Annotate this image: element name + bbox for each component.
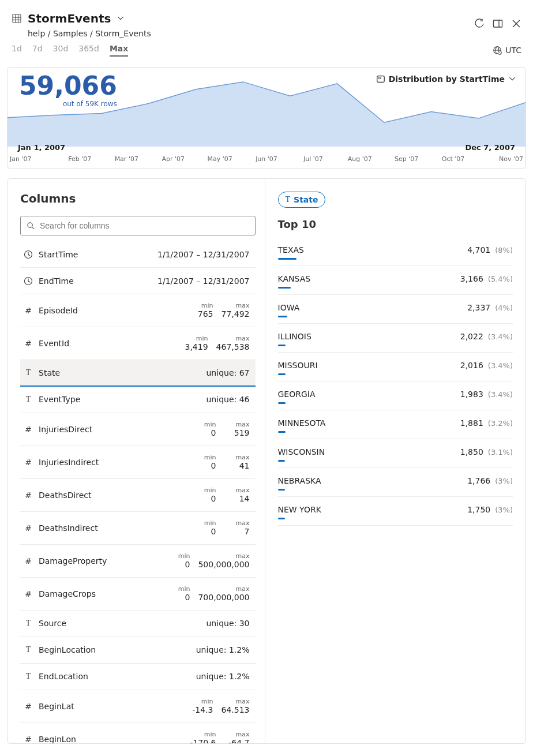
top-item-name: IOWA	[278, 303, 300, 312]
column-unique: unique: 46	[207, 395, 250, 404]
column-name: EventId	[39, 339, 69, 348]
table-icon	[12, 13, 22, 24]
column-row-injuriesindirect[interactable]: #InjuriesIndirectmin0max41	[20, 446, 256, 479]
top-item-count: 1,766	[467, 476, 490, 485]
column-unique: unique: 1.2%	[196, 645, 250, 654]
max-label: max	[224, 454, 250, 461]
min-value: 0	[191, 428, 216, 438]
column-name: DeathsIndirect	[39, 523, 98, 533]
column-unique: unique: 67	[207, 368, 250, 377]
column-row-damagecrops[interactable]: #DamageCropsmin0max700,000,000	[20, 578, 256, 611]
column-row-beginlon[interactable]: #BeginLonmin-170.6max-64.7	[20, 723, 256, 743]
axis-tick: Oct '07	[430, 155, 476, 163]
column-row-deathsdirect[interactable]: #DeathsDirectmin0max14	[20, 479, 256, 512]
top-row-georgia[interactable]: GEORGIA1,983(3.4%)	[278, 381, 513, 410]
column-row-endtime[interactable]: EndTime1/1/2007 – 12/31/2007	[20, 268, 256, 294]
top-row-wisconsin[interactable]: WISCONSIN1,850(3.1%)	[278, 439, 513, 468]
top-row-iowa[interactable]: IOWA2,337(4%)	[278, 295, 513, 324]
column-unique: unique: 1.2%	[196, 672, 250, 681]
min-label: min	[191, 454, 216, 461]
number-icon: #	[24, 589, 33, 598]
top-row-illinois[interactable]: ILLINOIS2,022(3.4%)	[278, 324, 513, 353]
panel-toggle-button[interactable]	[493, 18, 503, 29]
number-icon: #	[24, 306, 33, 315]
column-row-injuriesdirect[interactable]: #InjuriesDirectmin0max519	[20, 413, 256, 446]
chevron-down-icon	[508, 75, 516, 83]
columns-search-input[interactable]	[40, 221, 249, 230]
top-row-new-york[interactable]: NEW YORK1,750(3%)	[278, 497, 513, 526]
range-tab-max[interactable]: Max	[110, 44, 128, 57]
column-unique: unique: 30	[207, 619, 250, 628]
top-item-pct: (3.4%)	[488, 361, 513, 370]
column-name: EndTime	[39, 276, 74, 286]
pill-label: State	[294, 195, 318, 204]
refresh-button[interactable]	[474, 18, 485, 29]
column-row-endlocation[interactable]: TEndLocationunique: 1.2%	[20, 664, 256, 690]
chart-end-date: Dec 7, 2007	[465, 143, 515, 152]
top-row-missouri[interactable]: MISSOURI2,016(3.4%)	[278, 353, 513, 381]
max-label: max	[224, 731, 250, 738]
top-item-bar	[278, 345, 286, 346]
column-name: InjuriesDirect	[39, 425, 92, 434]
top-row-nebraska[interactable]: NEBRASKA1,766(3%)	[278, 468, 513, 497]
column-row-state[interactable]: TStateunique: 67	[20, 360, 256, 387]
number-icon: #	[24, 458, 33, 467]
top-item-name: MISSOURI	[278, 361, 318, 370]
columns-search[interactable]	[20, 216, 256, 235]
axis-tick: Jun '07	[243, 155, 290, 163]
top10-header: Top 10	[278, 218, 513, 230]
range-tab-365d[interactable]: 365d	[78, 44, 99, 57]
timezone-label: UTC	[505, 46, 521, 55]
column-name: BeginLon	[39, 735, 76, 743]
timezone-badge[interactable]: UTC	[493, 46, 521, 55]
close-button[interactable]	[511, 18, 521, 29]
distribution-dropdown[interactable]: Distribution by StartTime	[376, 74, 516, 84]
top-row-texas[interactable]: TEXAS4,701(8%)	[278, 237, 513, 266]
min-label: min	[164, 552, 190, 560]
axis-tick: Nov '07	[476, 155, 523, 163]
search-icon	[27, 222, 35, 230]
column-row-damageproperty[interactable]: #DamagePropertymin0max500,000,000	[20, 545, 256, 578]
text-type-icon: T	[24, 645, 33, 654]
column-row-deathsindirect[interactable]: #DeathsIndirectmin0max7	[20, 512, 256, 545]
chevron-down-icon[interactable]	[117, 14, 125, 23]
column-row-beginlat[interactable]: #BeginLatmin-14.3max64.513	[20, 690, 256, 723]
top-item-pct: (8%)	[495, 246, 513, 255]
column-row-episodeid[interactable]: #EpisodeIdmin765max77,492	[20, 294, 256, 327]
number-icon: #	[24, 702, 33, 711]
top-item-pct: (3%)	[495, 506, 513, 514]
min-label: min	[191, 486, 216, 494]
max-value: 41	[224, 461, 250, 471]
selected-column-pill[interactable]: T State	[278, 192, 326, 208]
max-label: max	[222, 302, 250, 309]
top-item-pct: (5.4%)	[488, 275, 513, 283]
min-label: min	[191, 421, 216, 428]
column-row-eventid[interactable]: #EventIdmin3,419max467,538	[20, 327, 256, 360]
min-value: -14.3	[188, 705, 213, 715]
column-range: 1/1/2007 – 12/31/2007	[157, 276, 249, 286]
column-row-beginlocation[interactable]: TBeginLocationunique: 1.2%	[20, 637, 256, 664]
max-value: 467,538	[216, 342, 250, 352]
top-item-bar	[278, 316, 287, 317]
column-name: DamageCrops	[39, 589, 96, 598]
column-name: InjuriesIndirect	[39, 458, 99, 467]
text-type-icon: T	[24, 619, 33, 628]
range-tab-30d[interactable]: 30d	[53, 44, 69, 57]
number-icon: #	[24, 425, 33, 434]
top-row-kansas[interactable]: KANSAS3,166(5.4%)	[278, 266, 513, 295]
top-item-pct: (3.2%)	[488, 419, 513, 428]
column-row-eventtype[interactable]: TEventTypeunique: 46	[20, 387, 256, 413]
range-tab-7d[interactable]: 7d	[32, 44, 43, 57]
min-value: 0	[191, 461, 216, 471]
range-tab-1d[interactable]: 1d	[12, 44, 22, 57]
max-value: 64.513	[222, 705, 250, 715]
max-value: 700,000,000	[198, 593, 249, 602]
max-value: 14	[224, 494, 250, 504]
column-row-starttime[interactable]: StartTime1/1/2007 – 12/31/2007	[20, 241, 256, 268]
top-item-pct: (3.4%)	[488, 332, 513, 341]
min-label: min	[183, 335, 208, 342]
max-label: max	[224, 519, 250, 527]
top-row-minnesota[interactable]: MINNESOTA1,881(3.2%)	[278, 410, 513, 439]
column-row-source[interactable]: TSourceunique: 30	[20, 611, 256, 637]
column-name: DeathsDirect	[39, 491, 92, 500]
